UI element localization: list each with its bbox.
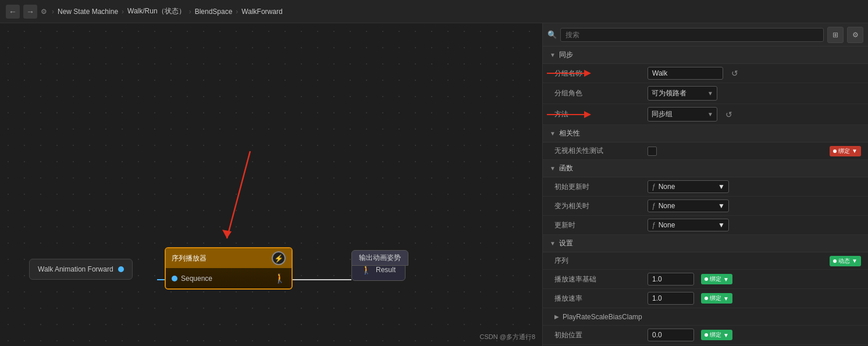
start-pos-label: 初始位置 <box>554 330 648 340</box>
method-select[interactable]: 同步组 ▼ <box>648 107 717 122</box>
sync-label: 同步 <box>559 50 573 60</box>
no-relevancy-checkbox[interactable] <box>648 147 657 156</box>
group-role-label: 分组角色 <box>554 88 648 98</box>
walk-anim-label: Walk Animation Forward <box>38 265 113 273</box>
watermark: CSDN @多方通行8 <box>479 333 535 341</box>
section-sync[interactable]: ▼ 同步 <box>543 47 868 64</box>
no-relevancy-label: 无视相关性测试 <box>554 146 648 156</box>
prop-method: 方法 同步组 ▼ ↺ <box>543 104 868 125</box>
svg-line-2 <box>227 151 250 238</box>
arrow-method <box>547 109 605 120</box>
panel-body: ▼ 同步 分组名称 ↺ 分组角色 <box>543 47 868 346</box>
play-rate-base-bind-btn[interactable]: 绑定 ▼ <box>701 274 732 284</box>
play-rate-scale-arrow: ▶ <box>554 313 559 320</box>
lightning-icon: ⚡ <box>272 251 286 265</box>
connections-svg <box>0 23 542 346</box>
prop-play-rate-scale[interactable]: ▶ PlayRateScaleBiasClamp <box>543 308 868 326</box>
main-area: Walk Animation Forward 序列播放器 ⚡ Sequence … <box>0 23 868 346</box>
on-update-select[interactable]: ƒ None ▼ <box>648 219 729 231</box>
relevancy-label: 相关性 <box>559 129 580 138</box>
prop-no-relevancy: 无视相关性测试 绑定 ▼ <box>543 142 868 160</box>
breadcrumb-walkforward[interactable]: WalkForward <box>241 8 282 16</box>
group-role-select[interactable]: 可为领路者 ▼ <box>648 86 717 101</box>
top-nav: ← → ⚙ › New State Machine › Walk/Run（状态）… <box>0 0 868 23</box>
on-init-select[interactable]: ƒ None ▼ <box>648 180 729 193</box>
play-rate-base-label: 播放速率基础 <box>554 274 648 284</box>
group-role-chevron: ▼ <box>707 90 713 97</box>
back-button[interactable]: ← <box>6 5 20 19</box>
play-rate-bind-label: 绑定 <box>710 294 721 302</box>
node-sequence-header: 序列播放器 ⚡ <box>166 248 291 268</box>
search-input[interactable] <box>560 28 824 42</box>
functions-label: 函数 <box>559 163 573 173</box>
section-relevancy[interactable]: ▼ 相关性 <box>543 125 868 142</box>
start-pos-bind-label: 绑定 <box>710 331 721 339</box>
breadcrumb-walk-run[interactable]: Walk/Run（状态） <box>127 6 186 16</box>
play-rate-bind-btn[interactable]: 绑定 ▼ <box>701 293 732 304</box>
play-rate-scale-label: PlayRateScaleBiasClamp <box>563 313 656 321</box>
group-name-input[interactable] <box>648 67 723 80</box>
method-chevron: ▼ <box>707 111 713 117</box>
search-icon: 🔍 <box>547 30 557 39</box>
table-icon-btn[interactable]: ⊞ <box>827 27 844 43</box>
relevancy-arrow: ▼ <box>550 130 556 137</box>
node-sequence[interactable]: 序列播放器 ⚡ Sequence 🚶 <box>165 247 293 290</box>
section-settings[interactable]: ▼ 设置 <box>543 235 868 252</box>
svg-marker-3 <box>222 230 232 238</box>
breadcrumb-blendspace[interactable]: BlendSpace <box>195 8 233 16</box>
prop-group-name: 分组名称 ↺ <box>543 64 868 83</box>
play-rate-label: 播放速率 <box>554 294 648 304</box>
sequence-output-port: 🚶 <box>274 273 286 284</box>
start-pos-bind-btn[interactable]: 绑定 ▼ <box>701 330 732 340</box>
output-node-header: 输出动画姿势 <box>351 250 408 266</box>
on-become-relevant-label: 变为相关时 <box>554 201 648 211</box>
prop-play-rate: 播放速率 绑定 ▼ <box>543 289 868 308</box>
settings-icon-btn[interactable]: ⚙ <box>847 27 863 43</box>
breadcrumb-state-machine[interactable]: New State Machine <box>58 8 118 16</box>
play-rate-bind-chevron: ▼ <box>723 295 729 302</box>
sequence-label: 序列 <box>554 256 648 266</box>
output-port-icon: 🚶 <box>361 265 371 274</box>
play-rate-input[interactable] <box>648 292 694 305</box>
group-name-reset[interactable]: ↺ <box>731 69 738 78</box>
walk-anim-output-port <box>118 266 124 272</box>
sequence-input-port: Sequence <box>172 274 212 283</box>
forward-button[interactable]: → <box>23 5 37 19</box>
play-rate-base-bind-label: 绑定 <box>710 275 721 283</box>
prop-sequence: 序列 动态 ▼ <box>543 252 868 270</box>
node-sequence-body: Sequence 🚶 <box>166 268 291 288</box>
sync-arrow: ▼ <box>550 52 556 58</box>
method-reset[interactable]: ↺ <box>725 110 732 119</box>
on-init-label: 初始更新时 <box>554 182 648 192</box>
start-pos-bind-chevron: ▼ <box>723 332 729 338</box>
prop-on-become-relevant: 变为相关时 ƒ None ▼ <box>543 197 868 216</box>
canvas-area[interactable]: Walk Animation Forward 序列播放器 ⚡ Sequence … <box>0 23 542 346</box>
no-relevancy-bind-btn[interactable]: 绑定 ▼ <box>830 146 861 156</box>
node-walk-anim[interactable]: Walk Animation Forward <box>29 259 133 280</box>
functions-arrow: ▼ <box>550 165 556 172</box>
play-rate-base-bind-chevron: ▼ <box>723 276 729 283</box>
on-become-relevant-select[interactable]: ƒ None ▼ <box>648 199 729 212</box>
play-rate-base-input[interactable] <box>648 273 694 286</box>
sequence-bind-chevron: ▼ <box>852 258 858 264</box>
arrow-group-name <box>547 67 605 79</box>
prop-on-init: 初始更新时 ƒ None ▼ <box>543 177 868 197</box>
panel-toolbar: 🔍 ⊞ ⚙ <box>543 23 868 47</box>
prop-group-role: 分组角色 可为领路者 ▼ <box>543 83 868 104</box>
settings-label: 设置 <box>559 238 573 248</box>
prop-play-rate-base: 播放速率基础 绑定 ▼ <box>543 270 868 289</box>
prop-start-pos: 初始位置 绑定 ▼ <box>543 326 868 345</box>
prop-on-update: 更新时 ƒ None ▼ <box>543 216 868 235</box>
on-init-chevron: ▼ <box>718 183 725 191</box>
nav-settings-icon: ⚙ <box>41 8 47 16</box>
right-panel: 🔍 ⊞ ⚙ ▼ 同步 分组名称 ↺ <box>542 23 868 346</box>
sequence-bind-btn[interactable]: 动态 ▼ <box>830 256 861 266</box>
section-functions[interactable]: ▼ 函数 <box>543 160 868 177</box>
start-pos-input[interactable] <box>648 329 694 341</box>
bind-chevron: ▼ <box>852 148 858 154</box>
settings-arrow: ▼ <box>550 240 556 247</box>
output-label: Result <box>376 266 396 274</box>
on-update-label: 更新时 <box>554 220 648 230</box>
on-become-relevant-chevron: ▼ <box>718 202 725 210</box>
on-update-chevron: ▼ <box>718 221 725 229</box>
